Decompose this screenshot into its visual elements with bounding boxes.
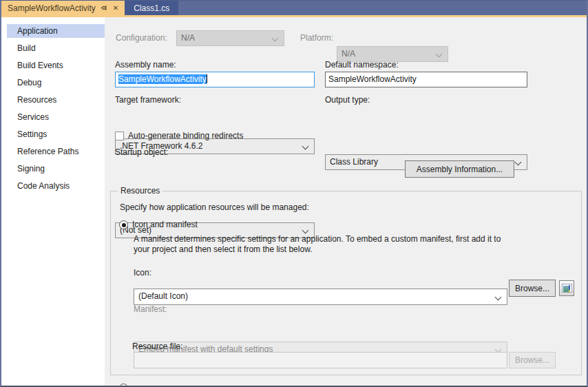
target-framework-label: Target framework: <box>115 95 181 105</box>
pin-icon[interactable] <box>101 4 108 12</box>
manifest-note: A manifest determines specific settings … <box>134 234 519 255</box>
auto-generate-binding-redirects-checkbox[interactable] <box>115 132 124 140</box>
configuration-value: N/A <box>181 33 195 43</box>
chevron-down-icon <box>272 35 279 42</box>
resources-groupbox: Resources Specify how application resour… <box>110 191 582 375</box>
sidebar-item-reference-paths[interactable]: Reference Paths <box>1 145 105 158</box>
icon-label: Icon: <box>134 268 151 278</box>
default-namespace-value: SampleWorkflowActivity <box>328 74 417 84</box>
resources-description: Specify how application resources will b… <box>120 202 309 212</box>
sidebar-item-settings[interactable]: Settings <box>1 127 105 141</box>
sidebar-item-resources[interactable]: Resources <box>1 93 105 107</box>
chevron-down-icon <box>302 143 309 150</box>
tab-label: SampleWorkflowActivity <box>8 3 96 13</box>
auto-generate-binding-redirects-label: Auto-generate binding redirects <box>128 131 243 140</box>
sidebar-item-code-analysis[interactable]: Code Analysis <box>1 179 105 193</box>
properties-content: Application Build Build Events Debug Res… <box>1 17 587 386</box>
icon-and-manifest-radio[interactable] <box>119 220 128 229</box>
platform-value: N/A <box>342 49 355 59</box>
icon-value: (Default Icon) <box>138 291 188 301</box>
output-type-value: Class Library <box>330 157 378 167</box>
close-icon[interactable]: ✕ <box>113 5 118 12</box>
default-icon-thumbnail <box>562 284 572 293</box>
properties-sidebar: Application Build Build Events Debug Res… <box>1 17 105 386</box>
tab-label: Class1.cs <box>134 3 169 13</box>
platform-label: Platform: <box>300 30 333 46</box>
manifest-label: Manifest: <box>134 304 167 314</box>
application-settings-panel: Configuration: N/A Platform: N/A Assembl… <box>105 17 587 386</box>
default-namespace-label: Default namespace: <box>325 60 399 70</box>
tab-sampleworkflowactivity[interactable]: SampleWorkflowActivity ✕ <box>1 1 125 15</box>
resource-file-input <box>134 352 507 368</box>
document-tabstrip: SampleWorkflowActivity ✕ Class1.cs <box>1 1 587 15</box>
resource-file-radio[interactable] <box>119 384 128 387</box>
manifest-note-line1: A manifest determines specific settings … <box>134 234 501 244</box>
assembly-information-button[interactable]: Assembly Information... <box>405 160 514 178</box>
text-caret <box>207 74 207 83</box>
manifest-note-line2: your project and then select it from the… <box>134 244 312 254</box>
startup-object-label: Startup object: <box>115 147 168 157</box>
project-properties-window: SampleWorkflowActivity ✕ Class1.cs Appli… <box>0 0 588 387</box>
icon-browse-button[interactable]: Browse... <box>509 280 556 297</box>
assembly-name-input[interactable]: SampleWorkflowActivity <box>115 72 315 87</box>
chevron-down-icon <box>515 159 522 166</box>
resources-group-label: Resources <box>118 186 162 196</box>
sidebar-item-build-events[interactable]: Build Events <box>1 59 105 72</box>
icon-and-manifest-label: Icon and manifest <box>132 220 198 229</box>
default-namespace-input[interactable]: SampleWorkflowActivity <box>325 72 527 87</box>
sidebar-item-services[interactable]: Services <box>1 110 105 124</box>
chevron-down-icon <box>436 51 443 58</box>
sidebar-item-debug[interactable]: Debug <box>1 76 105 90</box>
resource-file-label: Resource file: <box>132 342 182 351</box>
configuration-label: Configuration: <box>116 30 167 46</box>
icon-preview-button[interactable] <box>559 280 574 296</box>
resource-file-browse-button: Browse... <box>509 352 556 368</box>
output-type-label: Output type: <box>325 95 370 105</box>
selected-text: SampleWorkflowActivity <box>118 74 207 84</box>
sidebar-item-build[interactable]: Build <box>1 41 105 55</box>
configuration-select: N/A <box>176 30 284 46</box>
sidebar-item-signing[interactable]: Signing <box>1 162 105 176</box>
chevron-down-icon <box>495 294 502 301</box>
icon-select[interactable]: (Default Icon) <box>134 289 507 305</box>
sidebar-item-application[interactable]: Application <box>7 24 105 38</box>
assembly-name-label: Assembly name: <box>115 60 176 70</box>
tab-class1-cs[interactable]: Class1.cs <box>125 1 178 15</box>
